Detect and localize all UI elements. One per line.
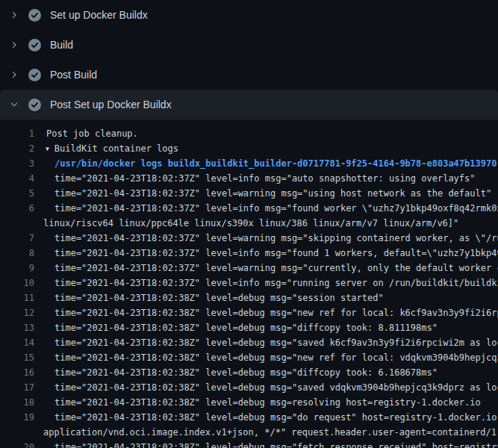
log-line-number[interactable]: 16: [0, 365, 34, 380]
log-line-number[interactable]: 18: [0, 395, 34, 410]
log-line: 6time="2021-04-23T18:02:37Z" level=info …: [0, 201, 498, 216]
log-command-text: /usr/bin/docker logs buildx_buildkit_bui…: [55, 156, 497, 171]
step-label: Post Build: [50, 69, 97, 81]
log-line: 5time="2021-04-23T18:02:37Z" level=warni…: [0, 186, 498, 201]
log-line: 1Post job cleanup.: [0, 126, 498, 141]
log-line-number[interactable]: 10: [0, 276, 34, 290]
log-line-text: time="2021-04-23T18:02:37Z" level=info m…: [55, 201, 498, 216]
log-line-text: time="2021-04-23T18:02:37Z" level=warnin…: [55, 186, 491, 201]
log-line-number[interactable]: 19: [0, 410, 34, 425]
log-line: 2▼BuildKit container logs: [0, 141, 498, 156]
log-line-number[interactable]: 7: [0, 231, 34, 246]
log-line-text: time="2021-04-23T18:02:37Z" level=warnin…: [55, 231, 498, 246]
log-line-text: time="2021-04-23T18:02:38Z" level=debug …: [55, 410, 498, 425]
log-line: 16time="2021-04-23T18:02:38Z" level=debu…: [0, 365, 498, 380]
log-group-title: BuildKit container logs: [55, 143, 178, 154]
log-line-number[interactable]: 14: [0, 335, 34, 350]
step-label: Post Set up Docker Buildx: [50, 99, 172, 111]
log-line-number[interactable]: 6: [0, 201, 34, 216]
step-row-post-set-up-docker-buildx[interactable]: Post Set up Docker Buildx: [0, 90, 498, 119]
log-line-number[interactable]: 5: [0, 186, 34, 201]
log-line: 14time="2021-04-23T18:02:38Z" level=debu…: [0, 335, 498, 350]
log-line-text: time="2021-04-23T18:02:38Z" level=debug …: [55, 290, 384, 305]
log-line-text: linux/riscv64 linux/ppc64le linux/s390x …: [43, 216, 458, 231]
step-label: Set up Docker Buildx: [50, 9, 148, 21]
log-line-text: time="2021-04-23T18:02:38Z" level=debug …: [55, 320, 438, 335]
log-line: 17time="2021-04-23T18:02:38Z" level=debu…: [0, 380, 498, 395]
log-line-text: time="2021-04-23T18:02:38Z" level=debug …: [55, 365, 438, 380]
log-line-number[interactable]: 12: [0, 305, 34, 320]
log-line-number[interactable]: 20: [0, 440, 34, 448]
log-line: 12time="2021-04-23T18:02:38Z" level=debu…: [0, 305, 498, 320]
log-line-text: time="2021-04-23T18:02:37Z" level=info m…: [55, 276, 498, 290]
log-line-text: time="2021-04-23T18:02:38Z" level=debug …: [55, 350, 498, 365]
check-circle-icon: [28, 39, 41, 52]
log-line-text: time="2021-04-23T18:02:37Z" level=info m…: [55, 171, 476, 186]
log-line-text: time="2021-04-23T18:02:38Z" level=debug …: [55, 335, 498, 350]
log-line-number[interactable]: 17: [0, 380, 34, 395]
log-line-number[interactable]: 9: [0, 261, 34, 276]
log-line: 3/usr/bin/docker logs buildx_buildkit_bu…: [0, 156, 498, 171]
check-circle-icon: [28, 69, 41, 81]
log-line-text: Post job cleanup.: [46, 126, 138, 141]
step-row-build[interactable]: Build: [0, 30, 498, 60]
check-circle-icon: [28, 9, 41, 22]
chevron-right-icon: [10, 10, 19, 19]
chevron-right-icon: [10, 70, 19, 79]
log-line-number[interactable]: 13: [0, 320, 34, 335]
log-line-number[interactable]: 2: [0, 141, 34, 156]
log-line-continuation: application/vnd.oci.image.index.v1+json,…: [0, 425, 498, 440]
log-line-text: application/vnd.oci.image.index.v1+json,…: [43, 425, 498, 440]
log-line-number[interactable]: 1: [0, 126, 34, 141]
log-line-continuation: linux/riscv64 linux/ppc64le linux/s390x …: [0, 216, 498, 231]
log-line: 20time="2021-04-23T18:02:38Z" level=debu…: [0, 440, 498, 448]
steps-list: Set up Docker Buildx Build Post Build Po…: [0, 0, 498, 119]
log-line-number[interactable]: 15: [0, 350, 34, 365]
log-line-number[interactable]: 8: [0, 246, 34, 261]
step-label: Build: [50, 39, 73, 51]
log-line: 18time="2021-04-23T18:02:38Z" level=debu…: [0, 395, 498, 410]
chevron-right-icon: [10, 40, 19, 49]
log-line: 11time="2021-04-23T18:02:38Z" level=debu…: [0, 290, 498, 305]
log-line-text: time="2021-04-23T18:02:37Z" level=warnin…: [55, 261, 498, 276]
log-line: 7time="2021-04-23T18:02:37Z" level=warni…: [0, 231, 498, 246]
step-row-set-up-docker-buildx[interactable]: Set up Docker Buildx: [0, 0, 498, 30]
log-line: 15time="2021-04-23T18:02:38Z" level=debu…: [0, 350, 498, 365]
log-line-number[interactable]: 4: [0, 171, 34, 186]
log-line: 8time="2021-04-23T18:02:37Z" level=info …: [0, 246, 498, 261]
log-line: 9time="2021-04-23T18:02:37Z" level=warni…: [0, 261, 498, 276]
log-line: 4time="2021-04-23T18:02:37Z" level=info …: [0, 171, 498, 186]
log-viewer[interactable]: 1Post job cleanup.2▼BuildKit container l…: [0, 119, 498, 448]
log-line-text: time="2021-04-23T18:02:38Z" level=debug …: [55, 395, 481, 410]
log-line: 10time="2021-04-23T18:02:37Z" level=info…: [0, 276, 498, 290]
log-line: 13time="2021-04-23T18:02:38Z" level=debu…: [0, 320, 498, 335]
group-expand-triangle-icon[interactable]: ▼: [46, 142, 49, 156]
log-line-text: time="2021-04-23T18:02:38Z" level=debug …: [55, 440, 498, 448]
log-line-text: time="2021-04-23T18:02:38Z" level=debug …: [55, 305, 498, 320]
log-line-text: time="2021-04-23T18:02:37Z" level=info m…: [55, 246, 498, 261]
check-circle-icon: [28, 99, 41, 111]
chevron-down-icon: [10, 100, 19, 109]
log-line-number[interactable]: 11: [0, 290, 34, 305]
step-row-post-build[interactable]: Post Build: [0, 60, 498, 90]
log-line-number[interactable]: 3: [0, 156, 34, 171]
log-line: 19time="2021-04-23T18:02:38Z" level=debu…: [0, 410, 498, 425]
log-line-text: time="2021-04-23T18:02:38Z" level=debug …: [55, 380, 498, 395]
log-group-header[interactable]: ▼BuildKit container logs: [46, 141, 178, 156]
